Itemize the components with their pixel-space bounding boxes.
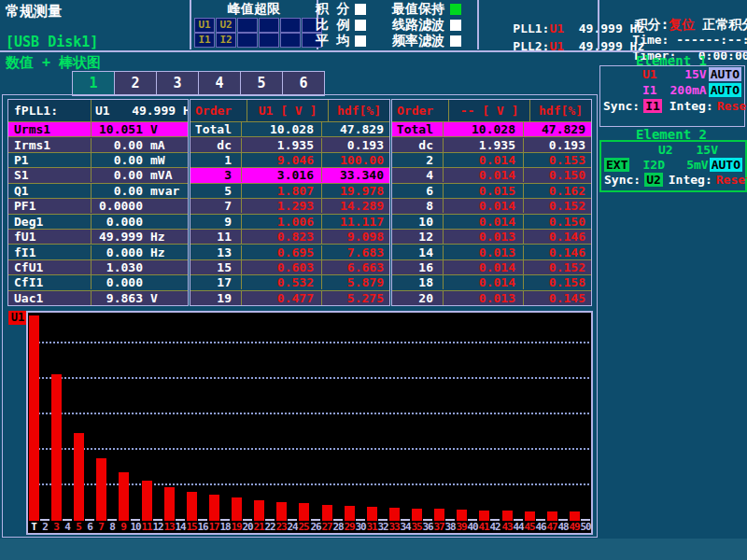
table-row[interactable]: Total10.02847.829 — [190, 121, 389, 136]
hdf-cell: 0.145 — [524, 291, 591, 305]
tab-1[interactable]: 1 — [72, 71, 115, 96]
table-row[interactable]: 120.0130.146 — [392, 229, 591, 244]
table-row[interactable]: 150.6036.663 — [190, 259, 389, 274]
order-cell: 14 — [392, 245, 444, 259]
table-row[interactable]: 100.0140.150 — [392, 214, 591, 229]
table-row[interactable]: 80.0140.152 — [392, 198, 591, 213]
element2-ext-chip[interactable]: EXT — [604, 158, 629, 172]
filter-indicator[interactable] — [450, 20, 461, 31]
table-row[interactable]: Total10.02847.829 — [392, 121, 591, 136]
order-cell: Total — [392, 122, 444, 136]
element2-i-auto-chip[interactable]: AUTO — [710, 158, 742, 172]
table-row[interactable]: 19.046100.00 — [190, 152, 389, 167]
table-row[interactable]: 140.0130.146 — [392, 244, 591, 259]
order-cell: dc — [190, 138, 242, 152]
element1-u-auto-chip[interactable]: AUTO — [709, 67, 741, 81]
harmonic-bar — [570, 511, 580, 521]
table-row[interactable]: 40.0140.150 — [392, 167, 591, 182]
tab-bar: 123456 — [72, 71, 324, 96]
divider — [477, 0, 479, 49]
mode-checkbox[interactable] — [355, 20, 366, 31]
table-row[interactable]: Q10.00mvar — [8, 183, 188, 198]
element1-integ-label: Integ: — [669, 99, 713, 113]
measurement-value: 10.051 — [92, 122, 143, 136]
measurement-table: fPLL1: U1 49.999 Hz Urms110.051VIrms10.0… — [7, 99, 189, 306]
table-row[interactable]: 190.4775.275 — [190, 290, 389, 305]
harmonic-bar — [345, 506, 355, 521]
harmonic-table-u1-rows: Total10.02847.829dc1.9350.19319.046100.0… — [190, 121, 389, 305]
mode-checkbox[interactable] — [355, 35, 366, 47]
table-row[interactable]: dc1.9350.193 — [190, 136, 389, 151]
filter-indicator[interactable] — [450, 4, 461, 15]
harmonic-bar — [434, 509, 444, 521]
table-row[interactable]: 110.8239.098 — [190, 229, 389, 244]
measurement-label: fU1 — [8, 230, 92, 244]
hdf-cell: 0.146 — [524, 230, 591, 244]
table-row[interactable]: 130.6957.683 — [190, 244, 389, 259]
element1-i-name: I1 — [642, 83, 657, 97]
value-cell: 1.935 — [242, 138, 322, 152]
peak-grid-row: I1I2 — [194, 33, 323, 48]
table-row[interactable]: 51.80719.978 — [190, 183, 389, 198]
table-row[interactable]: fI10.000Hz — [8, 244, 188, 259]
element2-integ-reset[interactable]: Reset — [716, 173, 747, 187]
peak-cell-label: I2 — [216, 33, 236, 48]
table-row[interactable]: 200.0130.145 — [392, 290, 591, 305]
order-cell: 3 — [190, 168, 242, 182]
tab-4[interactable]: 4 — [198, 71, 241, 96]
tab-2[interactable]: 2 — [114, 71, 157, 96]
table-row[interactable]: P10.00mW — [8, 152, 188, 167]
order-cell: 8 — [392, 199, 444, 213]
element1-sync-source-chip[interactable]: I1 — [643, 99, 662, 113]
table-row[interactable]: Irms10.00mA — [8, 136, 188, 151]
table-row[interactable]: Deg10.000 — [8, 214, 188, 229]
element1-sync-row: Sync: I1 Integ: Reset — [600, 98, 744, 114]
table-row[interactable]: 20.0140.153 — [392, 152, 591, 167]
table-row[interactable]: Urms110.051V — [8, 121, 188, 136]
value-cell: 3.016 — [242, 168, 322, 182]
measurement-value: 0.000 — [92, 245, 143, 259]
harmonic-bar — [209, 495, 219, 521]
measurement-unit: mVA — [143, 168, 188, 182]
table-row[interactable]: dc1.9350.193 — [392, 136, 591, 151]
table-row[interactable]: 71.29314.289 — [190, 198, 389, 213]
hdf-cell: 0.193 — [322, 138, 389, 152]
harmonic-bar — [187, 492, 197, 521]
element2-sync-source-chip[interactable]: U2 — [644, 173, 663, 187]
measurement-value: 0.00 — [92, 138, 143, 152]
value-cell: 0.014 — [444, 199, 524, 213]
peak-over-limit-title: 峰值超限 — [191, 1, 317, 18]
table-row[interactable]: 60.0150.162 — [392, 183, 591, 198]
element2-current-row: EXT I2D 5mV AUTO — [601, 157, 745, 172]
fpll-label: fPLL1: — [8, 100, 92, 121]
tab-6[interactable]: 6 — [282, 71, 325, 96]
filter-indicator[interactable] — [450, 35, 461, 47]
table-row[interactable]: fU149.999Hz — [8, 229, 188, 244]
peak-cell — [259, 33, 279, 48]
table-row[interactable]: 91.00611.117 — [190, 214, 389, 229]
harmonic-table-u1: OrderU1 [ V ]hdf[%] Total10.02847.829dc1… — [190, 99, 390, 306]
mode-checkbox[interactable] — [355, 4, 366, 15]
fpll-value: U1 49.999 Hz — [92, 100, 188, 121]
table-row[interactable]: PF10.0000 — [8, 198, 188, 213]
measurement-label: P1 — [8, 153, 92, 167]
measurement-value: 9.863 — [92, 291, 143, 305]
hdf-cell: 0.153 — [524, 153, 591, 167]
element1-i-auto-chip[interactable]: AUTO — [709, 83, 741, 97]
tab-5[interactable]: 5 — [240, 71, 283, 96]
tab-3[interactable]: 3 — [156, 71, 199, 96]
table-row[interactable]: Uac19.863V — [8, 290, 188, 305]
element1-integ-reset[interactable]: Reset — [717, 99, 747, 113]
element2-u-range: 15V — [697, 143, 718, 157]
table-row[interactable]: CfU11.030 — [8, 259, 188, 274]
table-row[interactable]: S10.00mVA — [8, 167, 188, 182]
measurement-label: Q1 — [8, 184, 92, 198]
table-row[interactable]: 170.5325.879 — [190, 274, 389, 289]
table-row[interactable]: 160.0140.152 — [392, 259, 591, 274]
table-row[interactable]: 33.01633.340 — [190, 167, 389, 182]
peak-cell — [237, 18, 258, 33]
order-cell: 15 — [190, 260, 242, 274]
table-row[interactable]: CfI10.000 — [8, 274, 188, 289]
hdf-cell: 5.275 — [322, 291, 389, 305]
table-row[interactable]: 180.0140.158 — [392, 274, 591, 289]
